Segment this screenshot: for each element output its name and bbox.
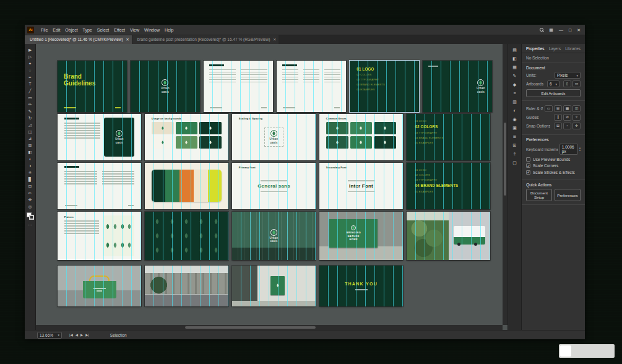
artboard-r1c6[interactable]: Urbanoasis <box>423 61 492 112</box>
line-segment-tool[interactable]: ╱ <box>25 87 35 94</box>
artboard-portrait-icon[interactable]: ▯ <box>563 80 571 87</box>
smart-guides-icon[interactable]: ✧ <box>572 114 581 121</box>
color-guide-panel-icon[interactable]: ◧ <box>512 56 517 61</box>
edit-toolbar-icon[interactable]: ⋯ <box>28 223 32 228</box>
libraries-panel-icon[interactable]: ▢ <box>512 160 517 165</box>
artboard-r3c3[interactable]: Primary FontGeneral sans <box>232 163 316 209</box>
pencil-tool[interactable]: ✎ <box>25 108 35 115</box>
symbols-panel-icon[interactable]: ◆ <box>513 82 516 87</box>
artboard-r4c5[interactable] <box>407 212 490 260</box>
snap-to-point-icon[interactable]: ✛ <box>572 123 581 129</box>
stroke-panel-icon[interactable]: ≡ <box>513 91 516 95</box>
transparency-panel-icon[interactable]: ◐ <box>513 108 516 113</box>
edit-artboards-button[interactable]: Edit Artboards <box>526 89 581 97</box>
color-panel-icon[interactable]: ▤ <box>512 48 517 52</box>
artboard-r2c2[interactable]: Usage on backgrounds <box>145 114 228 160</box>
document-tab-2[interactable]: brand guideline post presentation [Recov… <box>132 35 279 44</box>
artboard-r5c3[interactable] <box>232 266 316 306</box>
snap-to-pixel-icon[interactable]: ▫ <box>563 123 571 129</box>
restore-button[interactable]: □ <box>569 28 571 32</box>
artboard-landscape-icon[interactable]: ▭ <box>572 80 581 87</box>
gradient-tool[interactable]: ◧ <box>25 149 35 155</box>
menu-window[interactable]: Window <box>142 27 162 33</box>
artboard-r2c4[interactable]: Common Errors <box>319 114 403 160</box>
slice-tool[interactable]: ✂ <box>25 189 35 196</box>
menu-help[interactable]: Help <box>162 27 176 33</box>
pixel-grid-icon[interactable]: ▦ <box>563 105 571 112</box>
units-dropdown[interactable]: Pixels ▾ <box>555 72 581 79</box>
menu-view[interactable]: View <box>127 27 142 33</box>
menu-edit[interactable]: Edit <box>50 27 63 33</box>
close-button[interactable]: ✕ <box>577 28 581 32</box>
layers-panel-icon[interactable]: ≣ <box>513 134 517 139</box>
artboard-r5c2[interactable] <box>145 266 228 306</box>
tab-properties[interactable]: Properties <box>526 46 545 51</box>
column-graph-tool[interactable]: ▊ <box>25 176 35 183</box>
menu-effect[interactable]: Effect <box>111 27 127 33</box>
pen-tool[interactable]: ✒ <box>25 74 35 80</box>
canvas[interactable]: BrandGuidelinesUrbanoasis01 LOGO02 COLOR… <box>36 44 508 330</box>
show-guides-icon[interactable]: ∥ <box>554 114 562 121</box>
fill-stroke-swatches[interactable] <box>27 212 34 220</box>
lock-guides-icon[interactable]: ⊘ <box>563 114 571 121</box>
menu-type[interactable]: Type <box>80 27 95 33</box>
selection-tool[interactable]: ▶ <box>25 46 35 53</box>
minimize-button[interactable]: — <box>559 28 563 32</box>
keyboard-increment-stepper[interactable]: 1.0006 px ▴▾ <box>559 144 581 155</box>
artboard-r3c5[interactable]: 01 LOGO02 COLORS03 TYPOGRAPHY04 BRAND EL… <box>407 163 490 209</box>
artboard-r4c3[interactable]: Urbanoasis <box>232 212 316 260</box>
symbol-sprayer-tool[interactable]: ✳ <box>25 169 35 176</box>
perspective-grid-tool[interactable]: ⊿ <box>25 135 35 142</box>
appearance-panel-icon[interactable]: ◉ <box>512 117 516 121</box>
snap-to-grid-icon[interactable]: ⊞ <box>554 123 562 129</box>
menu-object[interactable]: Object <box>63 27 80 33</box>
previous-artboard-icon[interactable]: ◀ <box>76 333 78 337</box>
scale-corners-checkbox[interactable] <box>526 163 530 168</box>
artboard-r3c1[interactable] <box>58 163 141 209</box>
artboard-r3c2[interactable] <box>145 163 228 209</box>
zoom-tool[interactable]: ◎ <box>25 203 35 210</box>
zoom-level-dropdown[interactable]: 13.66% ▾ <box>37 332 62 339</box>
brushes-panel-icon[interactable]: ✎ <box>513 74 517 78</box>
workspace-switcher-icon[interactable]: ▦ <box>549 28 553 32</box>
search-icon[interactable] <box>540 28 543 32</box>
artboard-r2c3[interactable]: Scaling & SpacingUrbanoasis <box>232 114 316 160</box>
paintbrush-tool[interactable]: ✏ <box>25 101 35 108</box>
lasso-tool[interactable]: ◌ <box>25 67 35 74</box>
artboard-r1c1[interactable]: BrandGuidelines <box>58 61 127 112</box>
tab-libraries[interactable]: Libraries <box>565 46 581 51</box>
hand-tool[interactable]: ✜ <box>25 196 35 203</box>
artboard-r5c4[interactable]: THANK YOU <box>319 266 403 306</box>
vertical-scroll-thumb[interactable] <box>504 123 506 196</box>
scale-strokes-effects-checkbox[interactable] <box>526 170 530 175</box>
artboard-r2c5[interactable]: 01 LOGO02 COLORS03 TYPOGRAPHY04 BRAND EL… <box>407 114 490 160</box>
artboards-panel-icon[interactable]: ⊞ <box>513 143 517 147</box>
document-setup-button[interactable]: Document Setup <box>526 189 552 201</box>
rulers-icon[interactable]: ▭ <box>545 105 553 112</box>
blend-tool[interactable]: ◑ <box>25 162 35 169</box>
artboard-r1c2[interactable]: Urbanoasis <box>131 61 200 112</box>
rotate-tool[interactable]: ↻ <box>25 115 35 121</box>
next-artboard-icon[interactable]: ▶ <box>80 333 83 337</box>
preferences-button[interactable]: Preferences <box>555 189 581 201</box>
horizontal-scroll-thumb[interactable] <box>185 326 316 329</box>
close-tab-icon[interactable]: ✕ <box>126 35 129 44</box>
artboard-r2c1[interactable]: Urbanoasis <box>58 114 141 160</box>
artboard-r4c4[interactable]: BRINGINGNATUREHOME <box>319 212 403 260</box>
eyedropper-tool[interactable]: ◖ <box>25 155 35 162</box>
tab-layers[interactable]: Layers <box>549 46 561 51</box>
last-artboard-icon[interactable]: ▶| <box>85 333 89 337</box>
gradient-panel-icon[interactable]: ▥ <box>512 100 517 104</box>
artboard-r5c1[interactable] <box>58 266 141 306</box>
menu-select[interactable]: Select <box>95 27 111 33</box>
artboard-tool[interactable]: ⊡ <box>25 183 35 189</box>
type-tool[interactable]: T <box>25 80 35 87</box>
graphic-styles-panel-icon[interactable]: ▣ <box>512 126 517 130</box>
artboard-r3c4[interactable]: Secondary FontInter Font <box>319 163 403 209</box>
artboard-r4c2[interactable] <box>145 212 228 260</box>
scale-tool[interactable]: ◿ <box>25 121 35 128</box>
document-tab-1[interactable]: Untitled-1 [Recovered]* @ 11.46 % (CMYK/… <box>25 35 132 44</box>
menu-file[interactable]: File <box>38 27 50 33</box>
close-tab-icon[interactable]: ✕ <box>273 35 276 44</box>
vertical-scrollbar[interactable] <box>503 44 508 325</box>
